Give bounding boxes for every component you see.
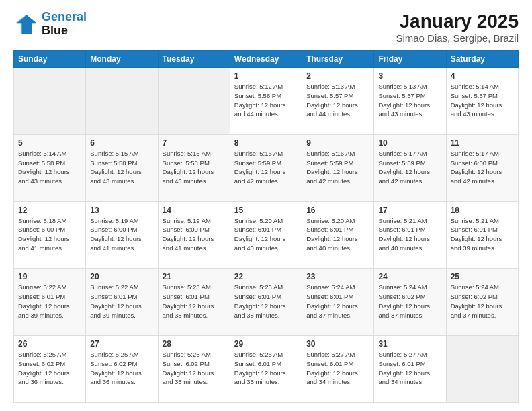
- day-info: Sunrise: 5:14 AM Sunset: 5:58 PM Dayligh…: [18, 149, 81, 186]
- calendar-table: Sunday Monday Tuesday Wednesday Thursday…: [13, 50, 519, 403]
- col-friday: Friday: [374, 51, 446, 68]
- day-info: Sunrise: 5:23 AM Sunset: 6:01 PM Dayligh…: [163, 283, 226, 320]
- table-row: 15Sunrise: 5:20 AM Sunset: 6:01 PM Dayli…: [230, 201, 302, 269]
- day-number: 28: [163, 339, 226, 349]
- day-number: 10: [378, 138, 441, 148]
- day-number: 7: [163, 138, 226, 148]
- table-row: 19Sunrise: 5:22 AM Sunset: 6:01 PM Dayli…: [14, 269, 86, 336]
- calendar-subtitle: Simao Dias, Sergipe, Brazil: [396, 32, 519, 44]
- day-number: 6: [90, 138, 153, 148]
- day-number: 19: [18, 272, 81, 281]
- table-row: [86, 68, 158, 135]
- table-row: 27Sunrise: 5:25 AM Sunset: 6:02 PM Dayli…: [86, 336, 158, 403]
- day-number: 11: [451, 138, 514, 148]
- day-number: 30: [306, 339, 369, 349]
- table-row: 31Sunrise: 5:27 AM Sunset: 6:01 PM Dayli…: [374, 336, 446, 403]
- day-number: 24: [378, 272, 441, 281]
- day-info: Sunrise: 5:24 AM Sunset: 6:02 PM Dayligh…: [378, 283, 441, 320]
- logo-text: General Blue: [42, 11, 87, 38]
- day-number: 23: [306, 272, 369, 281]
- day-number: 26: [18, 339, 81, 349]
- table-row: [446, 336, 518, 403]
- day-info: Sunrise: 5:16 AM Sunset: 5:59 PM Dayligh…: [234, 149, 298, 186]
- table-row: 12Sunrise: 5:18 AM Sunset: 6:00 PM Dayli…: [14, 201, 86, 269]
- table-row: 2Sunrise: 5:13 AM Sunset: 5:57 PM Daylig…: [302, 68, 374, 135]
- col-tuesday: Tuesday: [158, 51, 230, 68]
- day-info: Sunrise: 5:20 AM Sunset: 6:01 PM Dayligh…: [234, 216, 298, 253]
- table-row: 25Sunrise: 5:24 AM Sunset: 6:02 PM Dayli…: [446, 269, 518, 336]
- day-number: 17: [378, 205, 441, 215]
- col-thursday: Thursday: [302, 51, 374, 68]
- svg-marker-1: [16, 15, 36, 34]
- day-info: Sunrise: 5:15 AM Sunset: 5:58 PM Dayligh…: [90, 149, 153, 186]
- day-info: Sunrise: 5:25 AM Sunset: 6:02 PM Dayligh…: [18, 350, 81, 387]
- day-info: Sunrise: 5:18 AM Sunset: 6:00 PM Dayligh…: [18, 216, 81, 253]
- table-row: 22Sunrise: 5:23 AM Sunset: 6:01 PM Dayli…: [230, 269, 302, 336]
- table-row: 10Sunrise: 5:17 AM Sunset: 5:59 PM Dayli…: [374, 134, 446, 201]
- header: General Blue January 2025 Simao Dias, Se…: [13, 11, 519, 44]
- day-info: Sunrise: 5:13 AM Sunset: 5:57 PM Dayligh…: [306, 82, 369, 119]
- table-row: 13Sunrise: 5:19 AM Sunset: 6:00 PM Dayli…: [86, 201, 158, 269]
- day-info: Sunrise: 5:24 AM Sunset: 6:01 PM Dayligh…: [306, 283, 369, 320]
- day-number: 4: [451, 71, 514, 81]
- table-row: 3Sunrise: 5:13 AM Sunset: 5:57 PM Daylig…: [374, 68, 446, 135]
- day-number: 21: [163, 272, 226, 281]
- table-row: 21Sunrise: 5:23 AM Sunset: 6:01 PM Dayli…: [158, 269, 230, 336]
- day-number: 3: [378, 71, 441, 81]
- day-info: Sunrise: 5:27 AM Sunset: 6:01 PM Dayligh…: [378, 350, 441, 387]
- table-row: 20Sunrise: 5:22 AM Sunset: 6:01 PM Dayli…: [86, 269, 158, 336]
- table-row: 23Sunrise: 5:24 AM Sunset: 6:01 PM Dayli…: [302, 269, 374, 336]
- day-info: Sunrise: 5:15 AM Sunset: 5:58 PM Dayligh…: [163, 149, 226, 186]
- page: General Blue January 2025 Simao Dias, Se…: [0, 0, 532, 411]
- table-row: [158, 68, 230, 135]
- col-sunday: Sunday: [14, 51, 86, 68]
- table-row: 7Sunrise: 5:15 AM Sunset: 5:58 PM Daylig…: [158, 134, 230, 201]
- col-saturday: Saturday: [446, 51, 518, 68]
- calendar-week-row: 5Sunrise: 5:14 AM Sunset: 5:58 PM Daylig…: [14, 134, 519, 201]
- day-info: Sunrise: 5:14 AM Sunset: 5:57 PM Dayligh…: [451, 82, 514, 119]
- day-info: Sunrise: 5:27 AM Sunset: 6:01 PM Dayligh…: [306, 350, 369, 387]
- day-number: 9: [306, 138, 369, 148]
- day-number: 5: [18, 138, 81, 148]
- day-info: Sunrise: 5:26 AM Sunset: 6:01 PM Dayligh…: [234, 350, 298, 387]
- table-row: 24Sunrise: 5:24 AM Sunset: 6:02 PM Dayli…: [374, 269, 446, 336]
- day-number: 27: [90, 339, 153, 349]
- logo-line2: Blue: [42, 24, 87, 38]
- day-number: 12: [18, 205, 81, 215]
- logo-icon: [13, 12, 38, 36]
- day-info: Sunrise: 5:17 AM Sunset: 5:59 PM Dayligh…: [378, 149, 441, 186]
- day-info: Sunrise: 5:23 AM Sunset: 6:01 PM Dayligh…: [234, 283, 298, 320]
- table-row: 26Sunrise: 5:25 AM Sunset: 6:02 PM Dayli…: [14, 336, 86, 403]
- table-row: 18Sunrise: 5:21 AM Sunset: 6:01 PM Dayli…: [446, 201, 518, 269]
- day-info: Sunrise: 5:19 AM Sunset: 6:00 PM Dayligh…: [90, 216, 153, 253]
- day-info: Sunrise: 5:20 AM Sunset: 6:01 PM Dayligh…: [306, 216, 369, 253]
- day-info: Sunrise: 5:24 AM Sunset: 6:02 PM Dayligh…: [451, 283, 514, 320]
- day-info: Sunrise: 5:12 AM Sunset: 5:56 PM Dayligh…: [234, 82, 298, 119]
- day-number: 8: [234, 138, 298, 148]
- calendar-title: January 2025: [396, 11, 519, 32]
- day-number: 15: [234, 205, 298, 215]
- table-row: 5Sunrise: 5:14 AM Sunset: 5:58 PM Daylig…: [14, 134, 86, 201]
- table-row: 8Sunrise: 5:16 AM Sunset: 5:59 PM Daylig…: [230, 134, 302, 201]
- day-info: Sunrise: 5:21 AM Sunset: 6:01 PM Dayligh…: [378, 216, 441, 253]
- col-monday: Monday: [86, 51, 158, 68]
- calendar-header-row: Sunday Monday Tuesday Wednesday Thursday…: [14, 51, 519, 68]
- day-number: 18: [451, 205, 514, 215]
- table-row: 11Sunrise: 5:17 AM Sunset: 6:00 PM Dayli…: [446, 134, 518, 201]
- table-row: 6Sunrise: 5:15 AM Sunset: 5:58 PM Daylig…: [86, 134, 158, 201]
- day-info: Sunrise: 5:21 AM Sunset: 6:01 PM Dayligh…: [451, 216, 514, 253]
- table-row: 1Sunrise: 5:12 AM Sunset: 5:56 PM Daylig…: [230, 68, 302, 135]
- logo-line1: General: [42, 11, 87, 24]
- logo: General Blue: [13, 11, 87, 38]
- day-number: 16: [306, 205, 369, 215]
- table-row: [14, 68, 86, 135]
- table-row: 30Sunrise: 5:27 AM Sunset: 6:01 PM Dayli…: [302, 336, 374, 403]
- day-info: Sunrise: 5:26 AM Sunset: 6:02 PM Dayligh…: [163, 350, 226, 387]
- table-row: 16Sunrise: 5:20 AM Sunset: 6:01 PM Dayli…: [302, 201, 374, 269]
- title-block: January 2025 Simao Dias, Sergipe, Brazil: [396, 11, 519, 44]
- day-info: Sunrise: 5:19 AM Sunset: 6:00 PM Dayligh…: [163, 216, 226, 253]
- day-number: 25: [451, 272, 514, 281]
- day-number: 13: [90, 205, 153, 215]
- calendar-week-row: 19Sunrise: 5:22 AM Sunset: 6:01 PM Dayli…: [14, 269, 519, 336]
- col-wednesday: Wednesday: [230, 51, 302, 68]
